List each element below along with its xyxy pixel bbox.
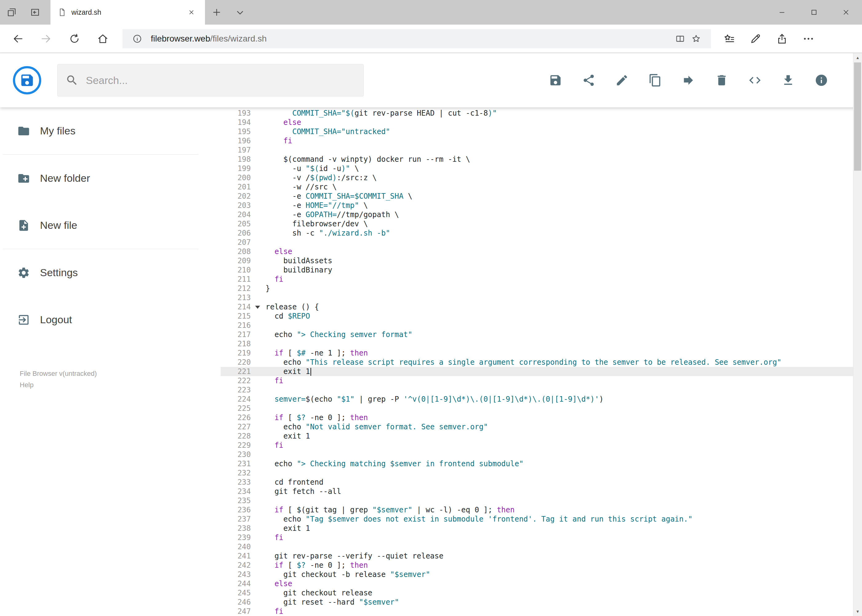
code-line[interactable]: 208 else (221, 247, 853, 256)
code-line[interactable]: 238 exit 1 (221, 524, 853, 533)
code-line[interactable]: 236 if [ $(git tag | grep "$semver" | wc… (221, 505, 853, 514)
code-line[interactable]: 217 echo "> Checking semver format" (221, 330, 853, 339)
code-line[interactable]: 215 cd $REPO (221, 311, 853, 321)
set-tabs-aside-button[interactable] (24, 0, 47, 25)
app-logo[interactable] (13, 66, 41, 94)
save-button[interactable] (549, 74, 562, 87)
share-button[interactable] (582, 74, 596, 87)
code-line[interactable]: 210 buildBinary (221, 266, 853, 275)
fold-arrow-icon[interactable] (255, 306, 260, 309)
sidebar-item-logout[interactable]: Logout (0, 296, 221, 343)
code-line[interactable]: 219 if [ $# -ne 1 ]; then (221, 349, 853, 358)
close-window-button[interactable] (830, 0, 862, 25)
code-line[interactable]: 245 git checkout release (221, 588, 853, 597)
tab-close-button[interactable] (185, 6, 198, 19)
code-line[interactable]: 244 else (221, 579, 853, 588)
code-line[interactable]: 214release () { (221, 302, 853, 311)
more-button[interactable] (799, 31, 818, 47)
code-line[interactable]: 221 exit 1 (221, 367, 853, 376)
code-line[interactable]: 198 $(command -v winpty) docker run --rm… (221, 155, 853, 164)
code-line[interactable]: 199 -u "$(id -u)" \ (221, 164, 853, 173)
sidebar-item-new-folder[interactable]: New folder (0, 155, 221, 202)
code-line[interactable]: 225 (221, 404, 853, 413)
new-tab-button[interactable] (205, 0, 229, 25)
back-button[interactable] (7, 28, 28, 49)
code-line[interactable]: 216 (221, 321, 853, 330)
code-line[interactable]: 203 -e HOME="//tmp" \ (221, 201, 853, 210)
code-line[interactable]: 196 fi (221, 136, 853, 146)
copy-button[interactable] (648, 74, 662, 87)
code-line[interactable]: 201 -w //src \ (221, 182, 853, 192)
code-line[interactable]: 207 (221, 238, 853, 247)
search-input[interactable] (86, 74, 355, 86)
site-info-button[interactable] (129, 31, 145, 47)
code-line[interactable]: 193 COMMIT_SHA="$(git rev-parse HEAD | c… (221, 108, 853, 118)
code-line[interactable]: 226 if [ $? -ne 0 ]; then (221, 413, 853, 422)
help-link[interactable]: Help (20, 379, 221, 391)
code-line[interactable]: 197 (221, 146, 853, 155)
address-bar[interactable]: filebrowser.web/files/wizard.sh (123, 29, 711, 48)
code-editor[interactable]: 193 COMMIT_SHA="$(git rev-parse HEAD | c… (221, 107, 853, 616)
download-button[interactable] (782, 74, 795, 87)
minimize-button[interactable] (766, 0, 798, 25)
code-line[interactable]: 212} (221, 284, 853, 293)
code-line[interactable]: 227 echo "Not valid semver format. See s… (221, 422, 853, 432)
code-line[interactable]: 224 semver=$(echo "$1" | grep -P '^v(0|[… (221, 394, 853, 404)
code-line[interactable]: 209 buildAssets (221, 256, 853, 266)
edit-button[interactable] (615, 74, 629, 87)
code-line[interactable]: 228 exit 1 (221, 432, 853, 441)
code-line[interactable]: 232 (221, 468, 853, 478)
scroll-down-button[interactable]: ▼ (853, 607, 862, 616)
favorite-button[interactable] (688, 31, 704, 47)
code-button[interactable] (748, 74, 762, 87)
code-line[interactable]: 218 (221, 339, 853, 349)
info-button[interactable] (815, 74, 828, 87)
scrollbar[interactable]: ▲ ▼ (853, 53, 862, 616)
maximize-button[interactable] (798, 0, 830, 25)
code-line[interactable]: 231 echo "> Checking matching $semver in… (221, 459, 853, 468)
web-note-button[interactable] (746, 31, 765, 47)
code-line[interactable]: 200 -v /$(pwd):/src:z \ (221, 173, 853, 182)
code-line[interactable]: 229 fi (221, 441, 853, 450)
code-line[interactable]: 204 -e GOPATH=//tmp/gopath \ (221, 210, 853, 219)
code-line[interactable]: 206 sh -c "./wizard.sh -b" (221, 228, 853, 238)
code-line[interactable]: 222 fi (221, 376, 853, 385)
forward-button[interactable] (36, 28, 57, 49)
code-line[interactable]: 242 if [ $? -ne 0 ]; then (221, 561, 853, 570)
code-line[interactable]: 205 filebrowser/dev \ (221, 219, 853, 228)
code-line[interactable]: 234 git fetch --all (221, 487, 853, 496)
code-line[interactable]: 240 (221, 542, 853, 552)
code-line[interactable]: 211 fi (221, 275, 853, 284)
tab-list-dropdown[interactable] (229, 0, 252, 25)
share-button[interactable] (772, 31, 791, 47)
reading-view-button[interactable] (672, 31, 688, 47)
code-line[interactable]: 237 echo "Tag $semver does not exist in … (221, 514, 853, 524)
code-line[interactable]: 247 fi (221, 607, 853, 616)
url-text[interactable]: filebrowser.web/files/wizard.sh (151, 34, 672, 44)
code-line[interactable]: 202 -e COMMIT_SHA=$COMMIT_SHA \ (221, 192, 853, 201)
sidebar-item-settings[interactable]: Settings (0, 249, 221, 296)
move-button[interactable] (682, 74, 695, 87)
code-line[interactable]: 220 echo "This release script requires a… (221, 358, 853, 367)
hub-button[interactable] (720, 31, 739, 47)
code-line[interactable]: 246 git reset --hard "$semver" (221, 597, 853, 607)
scroll-up-button[interactable]: ▲ (853, 53, 862, 62)
code-line[interactable]: 194 else (221, 118, 853, 127)
code-line[interactable]: 195 COMMIT_SHA="untracked" (221, 127, 853, 136)
code-line[interactable]: 235 (221, 496, 853, 505)
code-line[interactable]: 239 fi (221, 533, 853, 542)
code-line[interactable]: 243 git checkout -b release "$semver" (221, 570, 853, 579)
code-line[interactable]: 230 (221, 450, 853, 459)
browser-tab[interactable]: wizard.sh (50, 0, 205, 25)
home-button[interactable] (92, 28, 113, 49)
search-box[interactable] (57, 64, 364, 97)
sidebar-item-my-files[interactable]: My files (0, 107, 221, 154)
code-line[interactable]: 223 (221, 385, 853, 394)
code-line[interactable]: 213 (221, 293, 853, 302)
delete-button[interactable] (715, 74, 728, 87)
sidebar-item-new-file[interactable]: New file (0, 202, 221, 249)
tab-preview-button[interactable] (0, 0, 24, 25)
scroll-thumb[interactable] (854, 63, 861, 171)
code-line[interactable]: 241 git rev-parse --verify --quiet relea… (221, 552, 853, 561)
refresh-button[interactable] (64, 28, 85, 49)
